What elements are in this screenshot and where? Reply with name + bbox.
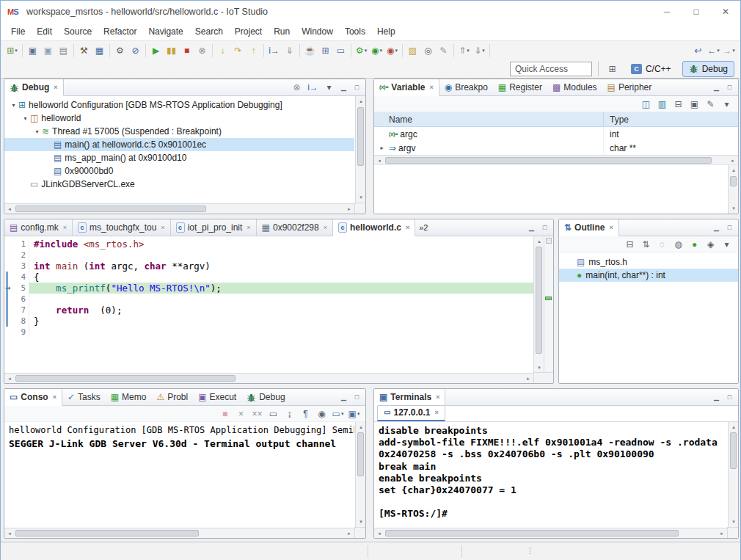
menu-file[interactable]: File (5, 24, 31, 39)
scrollbar-thumb[interactable] (730, 176, 737, 186)
scroll-up-icon[interactable]: ▴ (356, 422, 365, 432)
scrollbar-thumb[interactable] (15, 206, 206, 212)
console-output[interactable]: helloworld Configuration [GDB MS-RTOS Ap… (4, 422, 354, 527)
show-logical-structure-icon[interactable]: ▥ (654, 96, 670, 112)
tree-expander-icon[interactable]: ▾ (9, 102, 18, 109)
scroll-right-icon[interactable]: ▸ (717, 528, 727, 538)
code-text[interactable] (29, 250, 533, 261)
editor-margin[interactable] (4, 294, 15, 305)
maximize-view-button[interactable]: □ (723, 222, 736, 234)
menu-help[interactable]: Help (371, 24, 401, 39)
editor-tab-helloworld-c[interactable]: chelloworld.c× (333, 219, 415, 236)
tab-peripher[interactable]: ▤Peripher (602, 79, 657, 95)
code-text[interactable]: ms_printf("Hello MS-RTOS!\n"); (29, 283, 533, 294)
editor-margin[interactable] (4, 305, 15, 316)
sort-icon[interactable]: ⇅ (638, 236, 654, 252)
scroll-up-icon[interactable]: ▴ (534, 236, 544, 247)
external-tools-icon[interactable]: ⚙▾ (354, 43, 369, 58)
minimize-view-button[interactable]: ▁ (710, 222, 723, 234)
tree-expander-icon[interactable]: ▾ (32, 128, 42, 135)
minimize-view-button[interactable]: ▁ (525, 222, 538, 234)
menu-project[interactable]: Project (229, 24, 268, 39)
build-icon[interactable]: ⚒ (76, 43, 92, 58)
scroll-down-icon[interactable]: ▾ (356, 517, 365, 527)
tab-execut[interactable]: ▣Execut (193, 389, 241, 405)
scroll-down-icon[interactable]: ▾ (534, 363, 544, 373)
hide-static-members-icon[interactable]: ◍ (671, 236, 686, 252)
terminate-icon[interactable]: ■ (179, 43, 194, 58)
collapse-all-icon[interactable]: ⊟ (671, 96, 686, 112)
drag-grip-icon[interactable]: ⋮ (526, 546, 534, 556)
current-line-marker[interactable] (545, 297, 552, 300)
close-tab-icon[interactable]: × (436, 393, 439, 401)
scroll-left-icon[interactable]: ◂ (4, 528, 15, 538)
column-header-type[interactable]: Type (603, 112, 738, 126)
clear-console-icon[interactable]: ▭ (266, 406, 281, 421)
open-console-icon[interactable]: ☕ (302, 43, 318, 58)
horizontal-scrollbar[interactable]: ◂ ▸ (374, 155, 738, 165)
editor-margin[interactable] (4, 261, 15, 272)
terminate-icon[interactable]: ■ (217, 406, 233, 421)
editor-margin[interactable] (4, 239, 15, 250)
code-editor[interactable]: 1#include <ms_rtos.h>23int main (int arg… (4, 236, 533, 373)
debug-icon[interactable]: ◉▾ (384, 43, 400, 58)
open-console-dropdown-icon[interactable]: ▣▾ (346, 406, 362, 421)
save-icon[interactable]: ▣ (25, 43, 40, 58)
disconnect-icon[interactable]: ⊗ (194, 43, 210, 58)
tab-terminals[interactable]: ▣ Terminals × (374, 389, 445, 406)
close-tab-icon[interactable]: × (435, 409, 439, 416)
scroll-down-icon[interactable]: ▾ (356, 192, 365, 203)
menu-refactor[interactable]: Refactor (98, 24, 142, 39)
scroll-right-icon[interactable]: ▸ (523, 374, 533, 383)
tab-probl[interactable]: ⚠Probl (151, 389, 193, 405)
tab-tasks[interactable]: ✓Tasks (62, 389, 106, 405)
step-into-icon[interactable]: ↓ (215, 43, 230, 58)
perspective-debug-button[interactable]: Debug (682, 61, 734, 77)
tab-debug[interactable]: Debug × (4, 79, 64, 96)
editor-tab-ms-touchgfx-tou[interactable]: cms_touchgfx_tou× (73, 219, 171, 236)
configure-columns-icon[interactable]: ✎ (703, 96, 718, 112)
vertical-scrollbar[interactable]: ▴ ▾ (355, 422, 365, 527)
editor-tab-iot-pi-pro-init[interactable]: ciot_pi_pro_init× (171, 219, 257, 236)
scroll-down-icon[interactable]: ▾ (729, 203, 739, 214)
build-all-icon[interactable]: ▦ (92, 43, 107, 58)
instruction-stepping-toggle-icon[interactable]: i→ (305, 80, 321, 95)
terminal-output[interactable]: disable breakpointsadd-symbol-file FIXME… (374, 422, 727, 527)
previous-annotation-icon[interactable]: ⇑▾ (456, 43, 472, 58)
code-text[interactable]: #include <ms_rtos.h> (29, 239, 533, 250)
tab-conso[interactable]: ▭Conso× (4, 389, 62, 406)
minimize-view-button[interactable]: ▁ (337, 391, 350, 404)
horizontal-scrollbar[interactable]: ◂ ▸ (374, 528, 727, 538)
drop-to-frame-icon[interactable]: ⇓ (282, 43, 297, 58)
code-text[interactable]: { (29, 272, 533, 283)
remove-all-terminated-icon[interactable]: ⊗ (289, 80, 304, 95)
close-tab-icon[interactable]: × (54, 84, 57, 91)
editor-margin[interactable] (4, 250, 15, 261)
maximize-view-button[interactable]: □ (723, 81, 736, 94)
tab-modules[interactable]: ▩Modules (547, 79, 602, 95)
vertical-scrollbar[interactable]: ▴ ▾ (728, 422, 738, 527)
minimize-view-button[interactable]: ▁ (710, 81, 723, 94)
scroll-up-icon[interactable]: ▴ (729, 165, 739, 175)
forward-icon[interactable]: →▾ (721, 43, 737, 58)
variable-row[interactable]: ▸⇒argvchar ** (374, 141, 738, 155)
menu-search[interactable]: Search (189, 24, 229, 39)
scroll-right-icon[interactable]: ▸ (344, 528, 354, 538)
scroll-up-icon[interactable]: ▴ (729, 422, 738, 432)
tab-outline[interactable]: ⇅ Outline × (559, 219, 619, 236)
open-element-icon[interactable]: ▨ (405, 43, 420, 58)
vertical-scrollbar[interactable]: ▴ ▾ (355, 96, 365, 203)
tab-breakpo[interactable]: ◉Breakpo (439, 79, 493, 95)
code-text[interactable]: int main (int argc, char **argv) (29, 261, 533, 272)
resume-icon[interactable]: ▶ (148, 43, 164, 58)
tab-memo[interactable]: ▦Memo (106, 389, 152, 405)
debug-tree-item[interactable]: ▭JLinkGDBServerCL.exe (4, 178, 354, 191)
menu-tools[interactable]: Tools (339, 24, 371, 39)
step-return-icon[interactable]: ↑ (246, 43, 261, 58)
code-text[interactable] (29, 294, 533, 305)
new-connection-icon[interactable]: ⚙ (112, 43, 128, 58)
close-tab-icon[interactable]: × (406, 224, 409, 231)
back-icon[interactable]: ←▾ (706, 43, 721, 58)
scrollbar-thumb[interactable] (536, 247, 542, 354)
maximize-window-button[interactable]: □ (682, 1, 711, 23)
